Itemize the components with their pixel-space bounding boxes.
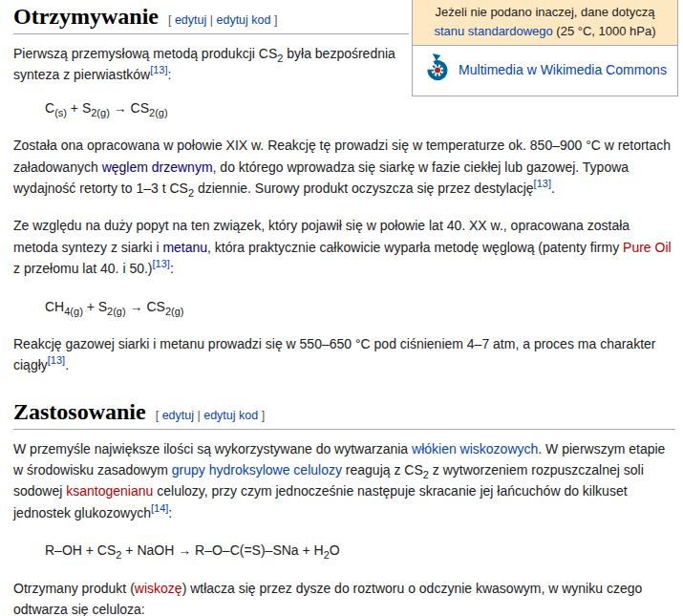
reference-link[interactable]: [13] [48,355,65,367]
reference: [13] [48,355,65,367]
paragraph: Otrzymany produkt (wiskozę) wtłacza się … [13,578,675,616]
inline-link[interactable]: grupy hydroksylowe celulozy [172,462,342,478]
chemical-equation: CH4(g) + S2(g) → CS2(g) [45,296,675,317]
section-title: Zastosowanie [13,399,146,424]
equation-block: CH4(g) + S2(g) → CS2(g) [45,296,675,317]
reference-link[interactable]: [13] [150,65,167,76]
paragraph: Reakcję gazowej siarki i metanu prowadzi… [13,333,675,376]
subscript: 2 [277,53,283,64]
wikimedia-commons-icon [425,53,450,88]
edit-link[interactable]: edytuj [162,409,194,422]
section-title: Otrzymywanie [13,4,159,29]
pipe-separator: | [206,13,216,27]
paragraph: Pierwszą przemysłową metodą produkcji CS… [13,43,397,86]
infobox-fragment: Jeżeli nie podano inaczej, dane dotyczą … [412,0,678,96]
subscript: 2(g) [107,305,126,316]
inline-link[interactable]: Pure Oil [623,240,672,255]
inline-link[interactable]: ksantogenianu [66,483,153,499]
equation-block: R–OH + CS2 + NaOH → R–O–C(=S)–SNa + H2O [45,540,675,561]
reference: [13] [153,258,170,269]
reference-link[interactable]: [13] [153,258,170,269]
chemical-equation: C(s) + S2(g) → CS2(g) [45,97,675,118]
reference: [14] [151,502,168,514]
subscript: 2 [324,549,330,561]
edit-section: [ edytuj | edytuj kod ] [168,13,277,27]
subscript: 4(g) [64,305,83,316]
paragraph: Ze względu na duży popyt na ten związek,… [13,215,675,279]
bracket: [ [168,13,175,27]
subscript: 2(g) [91,107,110,118]
standard-state-link[interactable]: stanu standardowego [434,24,552,38]
bracket: [ [156,409,162,422]
commons-link[interactable]: Multimedia w Wikimedia Commons [456,60,670,80]
paragraph: Została ona opracowana w połowie XIX w. … [13,135,675,199]
subscript: 2 [423,469,429,480]
inline-link[interactable]: wiskozę [135,581,182,596]
note-text: Jeżeli nie podano inaczej, dane dotyczą [436,5,655,19]
subscript: (s) [54,107,67,118]
subscript: 2 [188,187,194,199]
pipe-separator: | [194,409,203,422]
edit-link[interactable]: edytuj [175,13,206,27]
reference: [13] [534,178,551,189]
inline-link[interactable]: włókien wiskozowych [412,441,538,457]
equation-block: C(s) + S2(g) → CS2(g) [45,97,675,118]
reference: [13] [150,65,167,76]
paragraph: W przemyśle największe ilości są wykorzy… [13,438,675,524]
bracket: ] [258,409,265,422]
reference-link[interactable]: [13] [534,178,551,189]
subscript: 2(g) [149,107,168,118]
wikipedia-article-page: Jeżeli nie podano inaczej, dane dotyczą … [0,0,683,616]
inline-link[interactable]: węglem drzewnym [102,159,213,175]
edit-code-link[interactable]: edytuj kod [203,409,258,422]
edit-code-link[interactable]: edytuj kod [216,13,270,27]
chemical-equation: R–OH + CS2 + NaOH → R–O–C(=S)–SNa + H2O [45,540,675,561]
infobox-standard-conditions-note: Jeżeli nie podano inaczej, dane dotyczą … [413,0,677,45]
reference-link[interactable]: [14] [151,502,168,514]
subscript: 2 [116,549,121,561]
edit-section: [ edytuj | edytuj kod ] [156,409,265,422]
inline-link[interactable]: metanu [162,240,207,255]
subscript: 2(g) [165,305,184,316]
bracket: ] [270,13,277,27]
note-suffix: (25 °C, 1000 hPa) [553,24,656,38]
infobox-commons-row: Multimedia w Wikimedia Commons [413,45,677,96]
section-heading-zastosowanie: Zastosowanie[ edytuj | edytuj kod ] [13,395,675,430]
section-heading-otrzymywanie: Otrzymywanie[ edytuj | edytuj kod ] [13,0,409,34]
